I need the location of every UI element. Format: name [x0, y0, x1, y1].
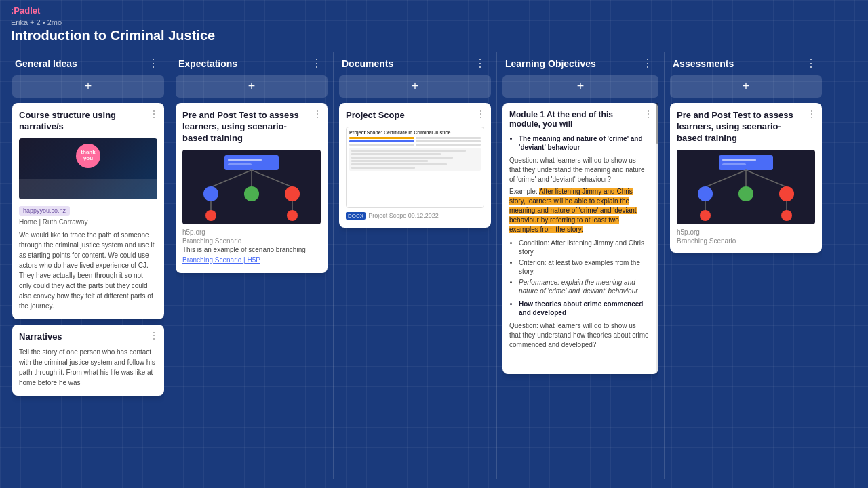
- column-header: Assessments ⋮: [670, 52, 822, 75]
- svg-point-13: [287, 210, 298, 221]
- branching-link[interactable]: Branching Scenario | H5P: [182, 256, 260, 264]
- card-menu-icon[interactable]: ⋮: [149, 330, 159, 341]
- bullet-item-1: The meaning and nature of 'crime' and 'd…: [519, 134, 649, 152]
- condition-item: Condition: After listening Jimmy and Chr…: [519, 239, 649, 256]
- sub-bullet-list: Condition: After listening Jimmy and Chr…: [509, 239, 649, 296]
- theatre-stage: [19, 179, 157, 199]
- lo-title: Module 1 At the end of this module, you …: [509, 110, 649, 129]
- theatre-logo: thank you: [76, 144, 100, 168]
- column-title: Assessments: [673, 58, 734, 69]
- column-title: Expectations: [178, 58, 237, 69]
- card-title: Narratives: [19, 331, 157, 343]
- card-text: We would like to trace the path of someo…: [19, 230, 157, 311]
- column-header: Expectations ⋮: [176, 52, 328, 75]
- card-menu-icon[interactable]: ⋮: [313, 108, 322, 119]
- column-expectations: Expectations ⋮ + ⋮ Pre and Post Test to …: [176, 52, 328, 479]
- column-menu-icon[interactable]: ⋮: [309, 56, 325, 71]
- svg-point-22: [738, 186, 753, 201]
- svg-point-27: [781, 210, 792, 221]
- column-menu-icon[interactable]: ⋮: [639, 56, 656, 71]
- cards-area: ⋮ Pre and Post Test to assess learners, …: [176, 103, 328, 479]
- doc-preview: Project Scope: Certificate in Criminal J…: [346, 127, 484, 208]
- card-image: thank you: [19, 138, 157, 199]
- criterion-item: Criterion: at least two examples from th…: [519, 258, 649, 276]
- cards-area: ⋮ Pre and Post Test to assess learners, …: [670, 103, 822, 479]
- svg-point-7: [203, 186, 218, 201]
- add-card-button[interactable]: +: [339, 75, 491, 98]
- svg-rect-17: [722, 163, 746, 165]
- logo: :Padlet: [11, 5, 857, 16]
- add-card-button[interactable]: +: [12, 75, 164, 98]
- card-title: Pre and Post Test to assess learners, us…: [677, 110, 815, 144]
- top-bar: :Padlet Erika + 2 • 2mo Introduction to …: [0, 0, 868, 52]
- svg-rect-2: [228, 159, 262, 161]
- h5p-label-assess: Branching Scenario: [677, 237, 815, 245]
- doc-footer: DOCX Project Scope 09.12.2022: [346, 212, 484, 220]
- card-course-structure: ⋮ Course structure using narrative/s tha…: [12, 103, 164, 319]
- column-title: Documents: [342, 58, 393, 69]
- card-pre-post-test-assess: ⋮ Pre and Post Test to assess learners, …: [670, 103, 822, 253]
- h5p-badge: h5p.org: [182, 228, 321, 236]
- card-title: Pre and Post Test to assess learners, us…: [182, 110, 321, 144]
- h5p-badge-assess: h5p.org: [677, 228, 815, 236]
- bullet-item-2: How theories about crime commenced and d…: [519, 300, 649, 317]
- doc-filename: Project Scope 09.12.2022: [368, 212, 439, 219]
- svg-point-9: [285, 186, 300, 201]
- column-title: Learning Objectives: [505, 58, 596, 69]
- card-narratives: ⋮ Narratives Tell the story of one perso…: [12, 325, 164, 396]
- column-assessments: Assessments ⋮ + ⋮ Pre and Post Test to a…: [670, 52, 822, 479]
- h5p-image: [182, 150, 321, 224]
- column-header: General Ideas ⋮: [12, 52, 164, 75]
- column-header: Documents ⋮: [339, 52, 491, 75]
- card-title: Course structure using narrative/s: [19, 110, 157, 133]
- site-link: Home | Ruth Carraway: [19, 218, 157, 226]
- question-text-1: Question: what learners will do to show …: [509, 156, 649, 184]
- add-card-button[interactable]: +: [176, 75, 328, 98]
- question-text-2: Question: what learners will do to show …: [509, 321, 649, 350]
- cards-area: ⋮ Course structure using narrative/s tha…: [12, 103, 164, 479]
- example-text: Example: After listening Jimmy and Chris…: [509, 187, 649, 235]
- column-header: Learning Objectives ⋮: [502, 52, 658, 75]
- column-learning-objectives: Learning Objectives ⋮ + ⋮ Module 1 At th…: [502, 52, 658, 479]
- scrollbar-thumb: [656, 103, 658, 144]
- h5p-label: Branching Scenario: [182, 237, 321, 245]
- card-menu-icon[interactable]: ⋮: [149, 108, 159, 119]
- svg-rect-3: [228, 163, 252, 165]
- column-menu-icon[interactable]: ⋮: [145, 56, 161, 71]
- card-menu-icon[interactable]: ⋮: [807, 108, 816, 119]
- svg-point-8: [244, 186, 259, 201]
- site-badge: happyyou.co.nz: [19, 206, 70, 216]
- docx-badge: DOCX: [346, 212, 366, 220]
- column-documents: Documents ⋮ + ⋮ Project Scope Project Sc…: [339, 52, 491, 479]
- card-text: Tell the story of one person who has con…: [19, 347, 157, 388]
- cards-area: ⋮ Project Scope Project Scope: Certifica…: [339, 103, 491, 479]
- card-menu-icon[interactable]: ⋮: [644, 108, 653, 119]
- board-container: General Ideas ⋮ + ⋮ Course structure usi…: [0, 52, 868, 479]
- add-card-button[interactable]: +: [670, 75, 822, 98]
- column-title: General Ideas: [15, 58, 77, 69]
- svg-rect-1: [224, 155, 279, 170]
- bullet-list-2: How theories about crime commenced and d…: [509, 300, 649, 317]
- board-meta: Erika + 2 • 2mo: [11, 18, 857, 26]
- column-menu-icon[interactable]: ⋮: [472, 56, 488, 71]
- h5p-diagram-svg: [182, 150, 321, 224]
- svg-point-21: [698, 186, 713, 201]
- svg-rect-16: [722, 159, 756, 161]
- card-title: Project Scope: [346, 110, 484, 121]
- h5p-image-assess: [677, 150, 815, 224]
- card-project-scope: ⋮ Project Scope Project Scope: Certifica…: [339, 103, 491, 228]
- card-module-1: ⋮ Module 1 At the end of this module, yo…: [502, 103, 658, 374]
- add-card-button[interactable]: +: [502, 75, 658, 98]
- column-menu-icon[interactable]: ⋮: [803, 56, 819, 71]
- svg-point-23: [779, 186, 794, 201]
- card-menu-icon[interactable]: ⋮: [476, 108, 486, 119]
- column-general-ideas: General Ideas ⋮ + ⋮ Course structure usi…: [12, 52, 164, 479]
- board-title: Introduction to Criminal Justice: [11, 28, 857, 43]
- card-text: This is an example of scenario branching…: [182, 245, 321, 265]
- card-pre-post-test-exp: ⋮ Pre and Post Test to assess learners, …: [176, 103, 328, 273]
- svg-point-12: [205, 210, 216, 221]
- svg-rect-15: [719, 155, 773, 170]
- bullet-list: The meaning and nature of 'crime' and 'd…: [509, 134, 649, 152]
- svg-point-26: [700, 210, 711, 221]
- h5p-diagram-svg-assess: [677, 150, 815, 224]
